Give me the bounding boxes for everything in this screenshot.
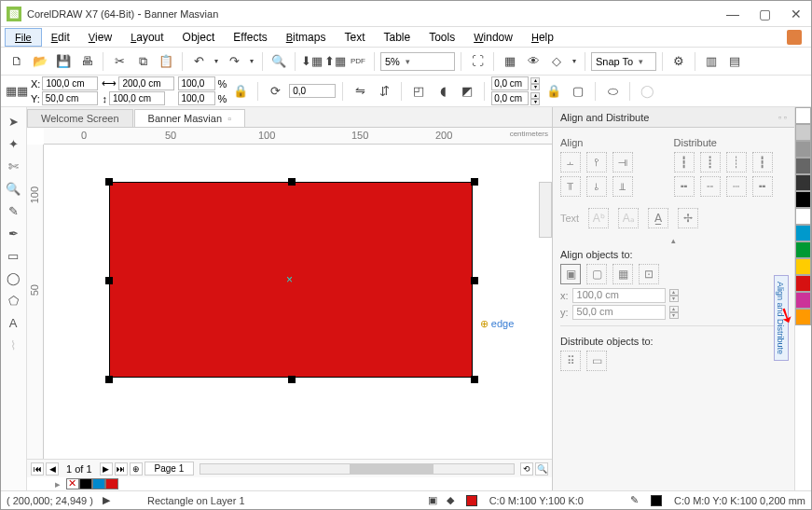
snap-combo[interactable]: Snap To▾: [591, 52, 656, 71]
rectangle-tool[interactable]: ▭: [3, 245, 23, 266]
blue-swatch[interactable]: [92, 478, 105, 489]
polygon-tool[interactable]: ⬠: [3, 290, 23, 310]
zoom-combo[interactable]: 5%▾: [380, 52, 455, 71]
redo-drop[interactable]: ▾: [247, 51, 256, 72]
corner-round-button[interactable]: ◖: [433, 81, 453, 102]
open-button[interactable]: 📂: [30, 51, 50, 72]
menu-table[interactable]: Table: [374, 29, 420, 46]
dist-bottom-button[interactable]: ╍: [752, 176, 773, 197]
menu-help[interactable]: Help: [522, 29, 563, 46]
alignto-y-field[interactable]: 50,0 cm: [572, 305, 666, 320]
save-button[interactable]: 💾: [53, 51, 74, 72]
print-button[interactable]: 🖶: [76, 51, 97, 72]
corner-rect-button[interactable]: ◰: [408, 81, 429, 102]
no-color-swatch[interactable]: ✕: [66, 478, 79, 489]
distto-sel-button[interactable]: ⠿: [560, 351, 581, 371]
new-button[interactable]: 🗋: [7, 51, 27, 72]
swatch-magenta[interactable]: [795, 292, 811, 309]
convert-button[interactable]: ◯: [637, 81, 657, 102]
swatch-gray1[interactable]: [795, 124, 811, 141]
h-field[interactable]: 100,0 cm: [109, 91, 165, 105]
menu-file[interactable]: File: [5, 28, 42, 47]
menu-bitmaps[interactable]: Bitmaps: [277, 29, 336, 46]
oy-field[interactable]: 0,0 cm: [491, 91, 529, 105]
import-button[interactable]: ⬇▦: [301, 51, 322, 72]
text-align1-button[interactable]: Aᵇ: [588, 208, 609, 228]
handle-w[interactable]: [105, 277, 113, 284]
handle-nw[interactable]: [105, 178, 113, 186]
horizontal-scrollbar[interactable]: [200, 463, 515, 475]
undo-drop[interactable]: ▾: [212, 51, 221, 72]
menu-effects[interactable]: Effects: [224, 29, 276, 46]
rulers-button[interactable]: ▦: [500, 51, 520, 72]
swatch-gray2[interactable]: [795, 141, 811, 158]
first-page-button[interactable]: ⏮: [31, 462, 44, 476]
swatch-green[interactable]: [795, 241, 811, 258]
align-bottom-button[interactable]: ⫫: [612, 176, 633, 197]
preset-button[interactable]: ▦▦: [7, 81, 27, 102]
tab-document[interactable]: Banner Masvian ▫: [134, 109, 246, 127]
y-field[interactable]: 50,0 cm: [42, 91, 98, 105]
swatch-gray3[interactable]: [795, 158, 811, 174]
alignto-active-button[interactable]: ▣: [560, 264, 581, 284]
menu-text[interactable]: Text: [335, 29, 374, 46]
rotation-field[interactable]: 0,0: [289, 84, 336, 98]
align-center-h-button[interactable]: ⫯: [586, 152, 607, 172]
red-swatch[interactable]: [105, 478, 118, 489]
rotation-center-icon[interactable]: ×: [286, 273, 293, 286]
publish-pdf-button[interactable]: PDF: [348, 51, 368, 72]
options-button[interactable]: ⚙: [668, 51, 689, 72]
alignto-x-field[interactable]: 100,0 cm: [572, 288, 666, 303]
dist-left-button[interactable]: ┇: [674, 152, 695, 172]
menu-layout[interactable]: Layout: [121, 29, 172, 46]
align-top-button[interactable]: ⫪: [560, 176, 581, 197]
maximize-button[interactable]: ▢: [755, 7, 774, 21]
menu-object[interactable]: Object: [173, 29, 225, 46]
text-align2-button[interactable]: Aₐ: [618, 208, 639, 228]
fill-indicator-icon[interactable]: ▣: [428, 494, 437, 506]
menu-view[interactable]: View: [79, 29, 121, 46]
grid-button[interactable]: 👁: [523, 51, 544, 72]
black-swatch[interactable]: [79, 478, 92, 489]
text-align3-button[interactable]: A̲: [648, 208, 668, 228]
swatch-white2[interactable]: [795, 208, 811, 225]
dist-right-button[interactable]: ┇: [752, 152, 773, 172]
handle-ne[interactable]: [471, 178, 478, 186]
fullscreen-button[interactable]: ⛶: [467, 51, 488, 72]
ox-field[interactable]: 0,0 cm: [491, 76, 529, 90]
mirror-h-button[interactable]: ⇋: [350, 81, 370, 102]
add-page-button[interactable]: ⊕: [130, 462, 143, 476]
close-button[interactable]: ✕: [787, 7, 805, 21]
relative-corner-button[interactable]: ▢: [568, 81, 588, 102]
paste-button[interactable]: 📋: [156, 51, 176, 72]
text-tool[interactable]: A: [3, 312, 23, 333]
menu-tools[interactable]: Tools: [420, 29, 464, 46]
drop-tool[interactable]: ⌇: [3, 335, 23, 355]
dist-spacev-button[interactable]: ┄: [726, 176, 747, 197]
vertical-scrollbar[interactable]: [539, 182, 552, 238]
handle-n[interactable]: [288, 178, 296, 186]
corner-chamfer-button[interactable]: ◩: [457, 81, 477, 102]
next-page-button[interactable]: ▶: [100, 462, 113, 476]
search-button[interactable]: 🔍: [268, 51, 289, 72]
ellipse-tool[interactable]: ◯: [3, 268, 23, 288]
x-field[interactable]: 100,0 cm: [42, 76, 98, 90]
dist-centerh-button[interactable]: ┋: [700, 152, 721, 172]
collapse-caret-icon[interactable]: ▴: [560, 236, 787, 245]
user-icon[interactable]: [787, 30, 802, 45]
align-left-button[interactable]: ⫠: [560, 152, 581, 172]
export-button[interactable]: ⬆▦: [324, 51, 345, 72]
dist-spaceh-button[interactable]: ┊: [726, 152, 747, 172]
swatch-orange[interactable]: [795, 309, 811, 325]
sx-field[interactable]: 100,0: [178, 76, 215, 90]
handle-s[interactable]: [288, 376, 296, 383]
tab-close-icon[interactable]: ▫: [227, 113, 231, 124]
docker-collapse-icon[interactable]: ▫ ▫: [778, 113, 787, 122]
fill-swatch[interactable]: [466, 495, 477, 506]
nav-right-button[interactable]: 🔍: [535, 462, 548, 476]
zoom-tool[interactable]: 🔍: [3, 178, 23, 199]
alignto-point-button[interactable]: ⊡: [639, 264, 659, 284]
dist-top-button[interactable]: ╍: [674, 176, 695, 197]
swatch-cyan[interactable]: [795, 225, 811, 241]
cut-button[interactable]: ✂: [109, 51, 130, 72]
